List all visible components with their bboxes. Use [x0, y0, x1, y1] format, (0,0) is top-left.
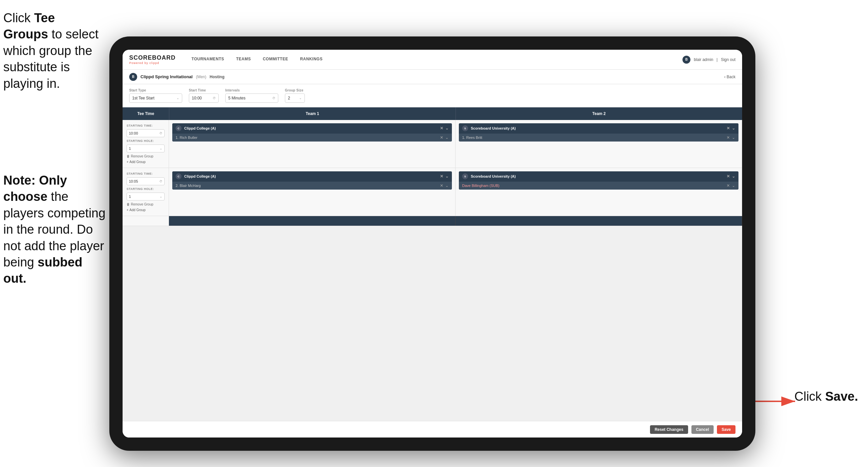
group1-team1-icon: C — [176, 125, 182, 131]
start-type-label: Start Type — [129, 88, 182, 92]
group2-remove-group-button[interactable]: 🗑 Remove Group — [127, 203, 165, 206]
group1-time-chevron: ⏱ — [159, 132, 162, 135]
group1-team2-icon: S — [462, 125, 468, 131]
group1-team2-col: S Scoreboard University (A) ✕ ⌄ 1. Rees … — [456, 120, 742, 168]
group1-team1-close[interactable]: ✕ — [440, 126, 443, 130]
group-size-field: Group Size 2 ⌄ — [285, 88, 305, 103]
start-time-input[interactable]: 10:00 ⏱ — [189, 93, 219, 103]
group1-p1-close[interactable]: ✕ — [440, 135, 443, 140]
group2-starting-time-input[interactable]: 10:05 ⏱ — [127, 177, 165, 185]
col-header-tee-time: Tee Time — [123, 107, 169, 120]
group2-p1-close[interactable]: ✕ — [440, 183, 443, 188]
group-size-input[interactable]: 2 ⌄ — [285, 93, 305, 103]
group1-remove-group-button[interactable]: 🗑 Remove Group — [127, 154, 165, 158]
bottom-bar: Reset Changes Cancel Save — [123, 421, 742, 438]
group2-p1-expand[interactable]: ⌄ — [445, 183, 448, 188]
group1-t2p1-close[interactable]: ✕ — [726, 135, 730, 140]
group1-p1-expand[interactable]: ⌄ — [445, 135, 448, 140]
nav-user-label: blair admin — [694, 57, 713, 62]
start-type-chevron: ⌄ — [177, 96, 179, 100]
nav-logo-title: SCOREBOARD — [129, 54, 176, 61]
nav-item-rankings[interactable]: RANKINGS — [294, 50, 329, 69]
intervals-input[interactable]: 5 Minutes ⏱ — [225, 93, 278, 103]
start-type-input[interactable]: 1st Tee Start ⌄ — [129, 93, 182, 103]
instruction-bottom: Note: Only choose the players competing … — [3, 172, 106, 287]
group2-team2-card: S Scoreboard University (A) ✕ ⌄ Dave Bil… — [459, 171, 739, 189]
save-button[interactable]: Save — [717, 425, 736, 434]
tablet-shell: SCOREBOARD Powered by clippd TOURNAMENTS… — [109, 36, 755, 451]
group1-add-group-button[interactable]: + Add Group — [127, 160, 165, 164]
tablet-screen: SCOREBOARD Powered by clippd TOURNAMENTS… — [123, 50, 742, 438]
group-size-chevron: ⌄ — [299, 96, 302, 100]
nav-item-tournaments[interactable]: TOURNAMENTS — [186, 50, 230, 69]
group1-team1-name: Clippd College (A) — [184, 126, 437, 130]
nav-item-committee[interactable]: COMMITTEE — [257, 50, 294, 69]
group1-team1-card: C Clippd College (A) ✕ ⌄ 1. Rich Butler … — [172, 123, 452, 142]
reset-changes-button[interactable]: Reset Changes — [650, 425, 688, 434]
group2-starting-hole-label: STARTING HOLE: — [127, 187, 165, 191]
group2-team1-header: C Clippd College (A) ✕ ⌄ — [172, 171, 452, 181]
cancel-button[interactable]: Cancel — [691, 425, 714, 434]
group2-team1-close[interactable]: ✕ — [440, 174, 443, 179]
group2-team1-player1: 2. Blair McHarg ✕ ⌄ — [172, 181, 452, 189]
group1-team1-col: C Clippd College (A) ✕ ⌄ 1. Rich Butler … — [169, 120, 456, 168]
back-button[interactable]: ‹ Back — [724, 75, 736, 79]
intervals-label: Intervals — [225, 88, 278, 92]
group2-team1-expand[interactable]: ⌄ — [445, 174, 448, 179]
group1-team2-expand[interactable]: ⌄ — [732, 126, 735, 130]
group2-time-chevron: ⏱ — [159, 180, 162, 183]
settings-row: Start Type 1st Tee Start ⌄ Start Time 10… — [123, 84, 742, 107]
group1-starting-time-input[interactable]: 10:00 ⏱ — [127, 129, 165, 137]
nav-logo-sub: Powered by clippd — [129, 61, 176, 65]
partial-team2 — [456, 216, 742, 226]
group2-team1-icon: C — [176, 173, 182, 179]
breadcrumb-title: Clippd Spring Invitational — [141, 74, 192, 79]
group2-team2-actions: ✕ ⌄ — [726, 174, 735, 179]
group1-team2-header: S Scoreboard University (A) ✕ ⌄ — [459, 123, 739, 133]
group1-team1-header: C Clippd College (A) ✕ ⌄ — [172, 123, 452, 133]
group2-team2-close[interactable]: ✕ — [726, 174, 730, 179]
group1-starting-hole-input[interactable]: 1 ⌄ — [127, 145, 165, 152]
group2-team1-col: C Clippd College (A) ✕ ⌄ 2. Blair McHarg… — [169, 168, 456, 216]
nav-item-teams[interactable]: TEAMS — [230, 50, 257, 69]
group2-team1-card: C Clippd College (A) ✕ ⌄ 2. Blair McHarg… — [172, 171, 452, 189]
nav-logo: SCOREBOARD Powered by clippd — [129, 54, 176, 65]
group2-team2-col: S Scoreboard University (A) ✕ ⌄ Dave Bil… — [456, 168, 742, 216]
breadcrumb-left: B Clippd Spring Invitational (Men) Hosti… — [129, 73, 224, 81]
group1-hole-chevron: ⌄ — [160, 147, 162, 150]
group1-left-controls: STARTING TIME: 10:00 ⏱ STARTING HOLE: 1 … — [123, 120, 169, 168]
group1-team2-name: Scoreboard University (A) — [471, 126, 724, 130]
nav-items: TOURNAMENTS TEAMS COMMITTEE RANKINGS — [186, 50, 682, 69]
group-size-label: Group Size — [285, 88, 305, 92]
group1-team2-close[interactable]: ✕ — [726, 126, 730, 130]
group2-team2-expand[interactable]: ⌄ — [732, 174, 735, 179]
nav-separator: | — [717, 57, 718, 62]
nav-signout[interactable]: Sign out — [721, 57, 736, 62]
group2-sub-expand[interactable]: ⌄ — [732, 183, 735, 188]
note-bold: Note: Only choose — [3, 173, 67, 204]
start-type-field: Start Type 1st Tee Start ⌄ — [129, 88, 182, 103]
group1-team1-actions: ✕ ⌄ — [440, 126, 448, 130]
instruction-top: Click Tee Groups to select which group t… — [3, 10, 99, 92]
group2-add-group-button[interactable]: + Add Group — [127, 208, 165, 212]
col-header-team1: Team 1 — [169, 107, 456, 120]
group2-starting-time-label: STARTING TIME: — [127, 172, 165, 175]
tee-groups-bold: Tee Groups — [3, 11, 55, 41]
intervals-chevron: ⏱ — [272, 96, 275, 100]
save-bold: Save. — [825, 389, 858, 403]
breadcrumb-gender: (Men) — [196, 75, 206, 79]
nav-avatar: B — [682, 56, 690, 64]
group1-team1-expand[interactable]: ⌄ — [445, 126, 448, 130]
group1-t2p1-expand[interactable]: ⌄ — [732, 135, 735, 140]
group-row-2: STARTING TIME: 10:05 ⏱ STARTING HOLE: 1 … — [123, 168, 742, 216]
intervals-field: Intervals 5 Minutes ⏱ — [225, 88, 278, 103]
group1-starting-hole-label: STARTING HOLE: — [127, 139, 165, 143]
group2-sub-close[interactable]: ✕ — [726, 183, 730, 188]
group1-team2-actions: ✕ ⌄ — [726, 126, 735, 130]
breadcrumb-icon: B — [129, 73, 137, 81]
group2-team2-name: Scoreboard University (A) — [471, 174, 724, 178]
group1-team2-player1: 1. Rees Britt ✕ ⌄ — [459, 133, 739, 142]
breadcrumb-hosting: Hosting — [210, 75, 225, 79]
group2-starting-hole-input[interactable]: 1 ⌄ — [127, 193, 165, 201]
group-row-partial — [123, 216, 742, 226]
